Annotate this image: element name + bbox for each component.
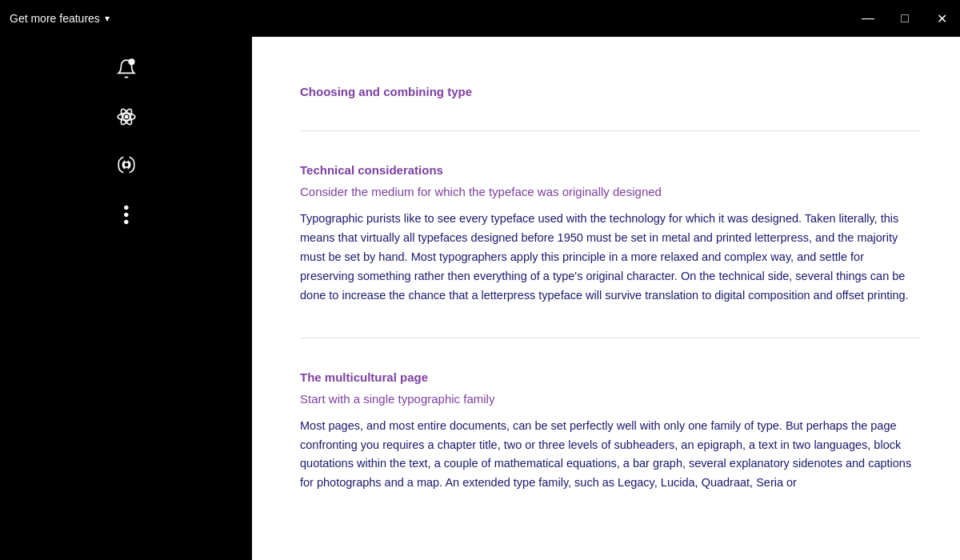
more-options-button[interactable]: ••• bbox=[117, 205, 135, 226]
section-heading-technical: Technical considerations bbox=[300, 163, 920, 177]
divider-2 bbox=[300, 338, 920, 338]
section-multicultural: The multicultural page Start with a sing… bbox=[300, 370, 920, 494]
divider-1 bbox=[300, 130, 920, 131]
notification-icon[interactable] bbox=[110, 53, 142, 85]
svg-point-1 bbox=[125, 115, 127, 118]
section-technical: Technical considerations Consider the me… bbox=[300, 163, 920, 306]
content-area[interactable]: Choosing and combining type Technical co… bbox=[252, 37, 960, 560]
sidebar: ••• bbox=[0, 37, 252, 560]
minimize-button[interactable]: — bbox=[850, 0, 886, 37]
section-body-multicultural: Most pages, and most entire documents, c… bbox=[300, 417, 920, 494]
main-layout: ••• Choosing and combining type Technica… bbox=[0, 37, 960, 560]
app-title: Get more features bbox=[10, 12, 100, 25]
section-heading-multicultural: The multicultural page bbox=[300, 370, 920, 384]
section-choosing: Choosing and combining type bbox=[300, 85, 920, 98]
podcast-icon[interactable] bbox=[110, 149, 142, 181]
svg-point-0 bbox=[129, 59, 134, 65]
close-button[interactable]: ✕ bbox=[923, 0, 960, 37]
title-bar-controls: — □ ✕ bbox=[850, 0, 960, 37]
section-heading-choosing: Choosing and combining type bbox=[300, 85, 920, 98]
title-chevron[interactable]: ▾ bbox=[105, 13, 110, 24]
section-subheading-technical: Consider the medium for which the typefa… bbox=[300, 185, 920, 198]
atom-icon[interactable] bbox=[110, 101, 142, 133]
section-body-technical: Typographic purists like to see every ty… bbox=[300, 210, 920, 306]
section-subheading-multicultural: Start with a single typographic family bbox=[300, 392, 920, 406]
title-bar-left: Get more features ▾ bbox=[0, 12, 110, 25]
maximize-button[interactable]: □ bbox=[886, 0, 923, 37]
title-bar: Get more features ▾ — □ ✕ bbox=[0, 0, 960, 37]
svg-point-5 bbox=[123, 162, 129, 168]
